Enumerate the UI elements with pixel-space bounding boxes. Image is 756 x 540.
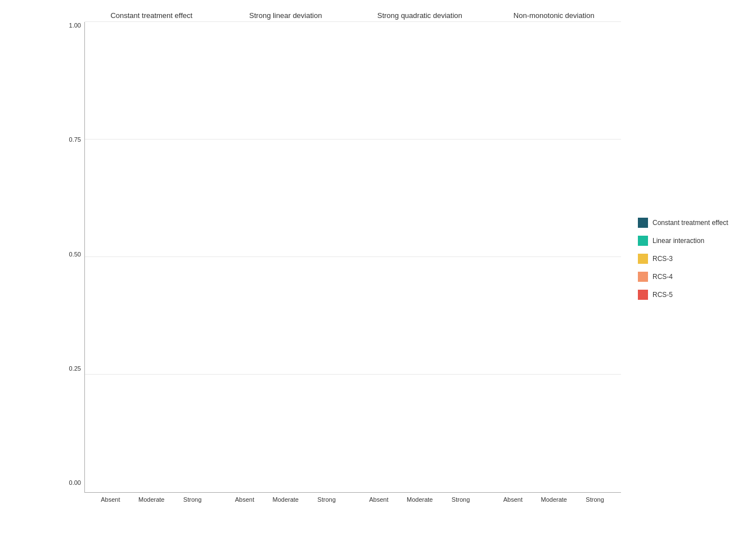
chart-container: Constant treatment effectStrong linear d… — [0, 0, 756, 540]
y-axis-ticks: 1.00 0.75 0.50 0.25 0.00 — [62, 22, 84, 503]
legend-item: Constant treatment effect — [638, 218, 745, 228]
gridline — [353, 256, 487, 257]
gridline — [85, 256, 219, 257]
legend-label: RCS-3 — [652, 255, 673, 263]
facet-1: AbsentModerateStrong — [219, 22, 353, 503]
gridline — [219, 492, 353, 492]
gridline — [85, 374, 219, 375]
legend-label: RCS-5 — [652, 291, 673, 299]
x-tick-label: Absent — [95, 496, 126, 503]
legend: Constant treatment effectLinear interact… — [621, 11, 745, 506]
x-tick-label: Absent — [363, 496, 394, 503]
gridline — [487, 256, 622, 257]
legend-item: Linear interaction — [638, 236, 745, 246]
gridline — [487, 139, 622, 140]
facet-0: AbsentModerateStrong — [84, 22, 219, 503]
legend-item: RCS-4 — [638, 272, 745, 282]
gridline — [353, 374, 487, 375]
x-tick-label: Moderate — [270, 496, 301, 503]
ytick-1: 1.00 — [69, 22, 81, 29]
x-tick-label: Strong — [579, 496, 610, 503]
gridline — [487, 492, 622, 492]
ytick-025: 0.25 — [69, 365, 81, 372]
legend-swatch — [638, 272, 648, 282]
x-tick-label: Strong — [311, 496, 342, 503]
gridline — [85, 492, 219, 492]
gridline — [487, 374, 622, 375]
facet-title: Constant treatment effect — [84, 11, 219, 20]
ytick-0: 0.00 — [69, 479, 81, 486]
ytick-075: 0.75 — [69, 136, 81, 143]
ytick-05: 0.50 — [69, 251, 81, 258]
gridline — [219, 139, 353, 140]
gridline — [85, 21, 219, 22]
legend-swatch — [638, 236, 648, 246]
legend-label: Constant treatment effect — [652, 219, 728, 227]
gridline — [219, 21, 353, 22]
gridline — [85, 139, 219, 140]
facet-title: Non-monotonic deviation — [487, 11, 622, 20]
legend-label: RCS-4 — [652, 273, 673, 281]
legend-swatch — [638, 290, 648, 300]
x-tick-label: Moderate — [136, 496, 167, 503]
facet-2: AbsentModerateStrong — [353, 22, 487, 503]
x-tick-label: Absent — [229, 496, 260, 503]
x-tick-label: Moderate — [404, 496, 435, 503]
facets-row: AbsentModerateStrongAbsentModerateStrong… — [84, 22, 621, 503]
x-tick-label: Absent — [497, 496, 528, 503]
facet-3: AbsentModerateStrong — [487, 22, 622, 503]
gridline — [353, 492, 487, 492]
facet-title: Strong quadratic deviation — [353, 11, 487, 20]
x-tick-label: Moderate — [538, 496, 569, 503]
chart-area: Constant treatment effectStrong linear d… — [62, 11, 621, 506]
legend-swatch — [638, 254, 648, 264]
gridline — [353, 139, 487, 140]
legend-label: Linear interaction — [652, 237, 704, 245]
gridline — [219, 374, 353, 375]
legend-item: RCS-5 — [638, 290, 745, 300]
x-tick-label: Strong — [446, 496, 476, 503]
gridline — [353, 21, 487, 22]
charts-yaxis: 1.00 0.75 0.50 0.25 0.00 AbsentModerateS… — [62, 22, 621, 503]
legend-item: RCS-3 — [638, 254, 745, 264]
gridline — [487, 21, 622, 22]
x-tick-label: Strong — [177, 496, 208, 503]
legend-swatch — [638, 218, 648, 228]
gridline — [219, 256, 353, 257]
facet-title: Strong linear deviation — [219, 11, 353, 20]
facet-titles-row: Constant treatment effectStrong linear d… — [84, 11, 621, 20]
